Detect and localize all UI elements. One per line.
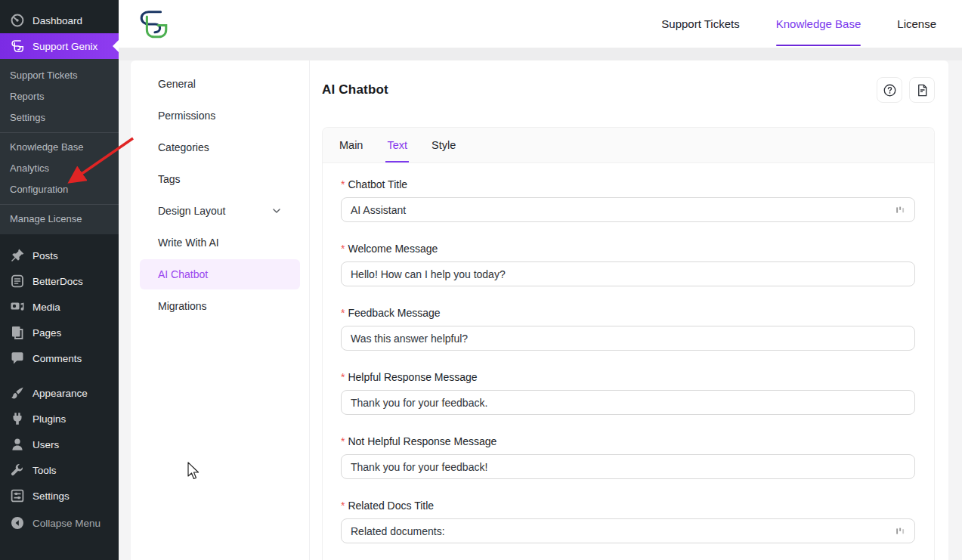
- required-marker: *: [341, 243, 345, 255]
- feedback-message-input[interactable]: Was this answer helpful?: [341, 326, 915, 351]
- field-label: Feedback Message: [348, 307, 440, 319]
- support-genix-logo-icon: [136, 7, 171, 42]
- collapse-menu-button[interactable]: Collapse Menu: [0, 510, 119, 536]
- field-not-helpful-response-message: *Not Helpful Response Message Thank you …: [341, 435, 915, 479]
- required-marker: *: [341, 178, 345, 190]
- submenu-item-manage-license[interactable]: Manage License: [0, 209, 119, 230]
- settings-menu-panel: General Permissions Categories Tags Desi…: [131, 60, 310, 560]
- support-genix-submenu: Support TicketsReportsSettingsKnowledge …: [0, 59, 119, 234]
- pin-icon: [10, 248, 25, 263]
- help-button[interactable]: [877, 77, 902, 103]
- sidebar-item-settings[interactable]: Settings: [0, 483, 119, 509]
- plugin-topbar: Support TicketsKnowledge BaseLicense: [119, 0, 962, 48]
- field-related-docs-title: *Related Docs Title Related documents:: [341, 500, 915, 543]
- field-label: Helpful Response Message: [348, 371, 477, 383]
- helpful-response-message-input[interactable]: Thank you for your feedback.: [341, 390, 915, 415]
- sidebar-item-users[interactable]: Users: [0, 432, 119, 457]
- input-value: Related documents:: [351, 525, 895, 537]
- settings-menu-item-tags[interactable]: Tags: [140, 164, 300, 194]
- input-value: Hello! How can I help you today?: [351, 268, 905, 280]
- language-bars-icon: [895, 526, 905, 537]
- required-marker: *: [341, 307, 345, 319]
- field-chatbot-title: *Chatbot Title AI Assistant: [341, 178, 915, 222]
- tab-style[interactable]: Style: [424, 128, 463, 162]
- top-navigation: Support TicketsKnowledge BaseLicense: [643, 0, 954, 48]
- main-column: Support TicketsKnowledge BaseLicense Gen…: [119, 0, 962, 560]
- top-nav-license[interactable]: License: [879, 0, 954, 48]
- screen: Dashboard Support Genix Support TicketsR…: [0, 0, 962, 560]
- sidebar-item-support-genix[interactable]: Support Genix: [0, 33, 119, 59]
- settings-icon: [10, 488, 25, 503]
- sidebar-item-betterdocs[interactable]: BetterDocs: [0, 268, 119, 294]
- top-nav-support-tickets[interactable]: Support Tickets: [643, 0, 757, 48]
- required-marker: *: [341, 500, 345, 512]
- required-marker: *: [341, 435, 345, 447]
- dashboard-icon: [10, 13, 25, 28]
- settings-menu-item-ai-chatbot[interactable]: AI Chatbot: [140, 259, 300, 289]
- chatbot-title-input[interactable]: AI Assistant: [341, 197, 915, 222]
- required-marker: *: [341, 371, 345, 383]
- submenu-item-knowledge-base[interactable]: Knowledge Base: [0, 137, 119, 158]
- top-nav-knowledge-base[interactable]: Knowledge Base: [758, 0, 880, 48]
- tab-main[interactable]: Main: [332, 128, 370, 162]
- text-tab-form: *Chatbot Title AI Assistant *Welcome Mes…: [323, 163, 934, 560]
- settings-menu-item-write-with-ai[interactable]: Write With AI: [140, 227, 300, 258]
- input-value: Thank you for your feedback.: [351, 397, 905, 409]
- welcome-message-input[interactable]: Hello! How can I help you today?: [341, 261, 915, 286]
- users-icon: [10, 437, 25, 452]
- not-helpful-response-message-input[interactable]: Thank you for your feedback!: [341, 454, 915, 479]
- form-area: AI Chatbot MainTextStyle *Ch: [310, 60, 948, 560]
- page-title: AI Chatbot: [322, 82, 388, 97]
- sidebar-item-plugins[interactable]: Plugins: [0, 406, 119, 432]
- sidebar-item-appearance[interactable]: Appearance: [0, 380, 119, 406]
- settings-menu-item-design-layout[interactable]: Design Layout: [140, 196, 300, 226]
- language-bars-icon: [895, 205, 905, 215]
- field-welcome-message: *Welcome Message Hello! How can I help y…: [341, 243, 915, 286]
- field-label: Related Docs Title: [348, 500, 434, 512]
- comments-icon: [10, 351, 25, 366]
- submenu-item-settings[interactable]: Settings: [0, 107, 119, 128]
- submenu-item-support-tickets[interactable]: Support Tickets: [0, 65, 119, 86]
- page-background-band: [119, 48, 962, 60]
- sidebar-item-posts[interactable]: Posts: [0, 243, 119, 268]
- submenu-item-analytics[interactable]: Analytics: [0, 158, 119, 179]
- field-helpful-response-message: *Helpful Response Message Thank you for …: [341, 371, 915, 415]
- settings-menu-item-categories[interactable]: Categories: [140, 132, 300, 162]
- collapse-menu-label: Collapse Menu: [32, 518, 101, 529]
- chatbot-settings-card: MainTextStyle *Chatbot Title AI Assistan…: [322, 127, 935, 560]
- field-label: Not Helpful Response Message: [348, 435, 496, 447]
- support-genix-icon: [10, 39, 25, 54]
- submenu-group: Support TicketsReportsSettings: [0, 65, 119, 128]
- page-body: General Permissions Categories Tags Desi…: [119, 60, 962, 560]
- submenu-group: Manage License: [0, 204, 119, 230]
- tools-icon: [10, 463, 25, 478]
- sidebar-item-dashboard[interactable]: Dashboard: [0, 8, 119, 33]
- sidebar-item-media[interactable]: Media: [0, 294, 119, 320]
- related-docs-title-input[interactable]: Related documents:: [341, 518, 915, 543]
- plugins-icon: [10, 411, 25, 426]
- settings-menu-item-general[interactable]: General: [140, 69, 300, 99]
- submenu-group: Knowledge BaseAnalyticsConfiguration: [0, 132, 119, 200]
- submenu-item-configuration[interactable]: Configuration: [0, 179, 119, 200]
- submenu-item-reports[interactable]: Reports: [0, 86, 119, 107]
- collapse-icon: [10, 515, 25, 531]
- sidebar-item-pages[interactable]: Pages: [0, 320, 119, 345]
- help-icon: [883, 83, 897, 97]
- configuration-page: General Permissions Categories Tags Desi…: [131, 60, 948, 560]
- appearance-icon: [10, 385, 25, 401]
- betterdocs-icon: [10, 274, 25, 289]
- sidebar-item-comments[interactable]: Comments: [0, 345, 119, 371]
- media-icon: [10, 299, 25, 314]
- tab-text[interactable]: Text: [379, 128, 415, 162]
- sidebar-item-tools[interactable]: Tools: [0, 457, 119, 483]
- field-label: Chatbot Title: [348, 178, 407, 190]
- settings-menu-item-permissions[interactable]: Permissions: [140, 101, 300, 131]
- title-row: AI Chatbot: [322, 77, 935, 103]
- settings-menu-item-migrations[interactable]: Migrations: [140, 291, 300, 321]
- chevron-down-icon: [271, 206, 282, 216]
- chatbot-tabs: MainTextStyle: [323, 128, 934, 163]
- input-value: Was this answer helpful?: [351, 333, 905, 345]
- docs-button[interactable]: [909, 77, 935, 103]
- wp-admin-sidebar: Dashboard Support Genix Support TicketsR…: [0, 0, 119, 560]
- title-actions: [877, 77, 935, 103]
